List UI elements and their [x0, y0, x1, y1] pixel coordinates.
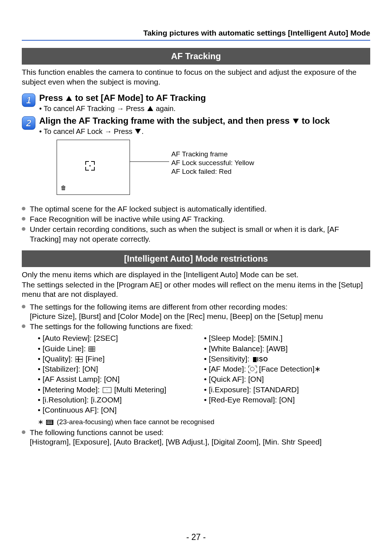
- step-2-badge: 2: [22, 116, 36, 130]
- fixed-settings-left: [Auto Review]: [2SEC] [Guide Line]: [Qua…: [38, 333, 204, 415]
- text: (23-area-focusing) when face cannot be r…: [55, 418, 214, 426]
- setting-item: [Quick AF]: [ON]: [204, 374, 370, 384]
- text: The settings for the following functions…: [30, 322, 193, 331]
- text: To cancel AF Tracking → Press: [44, 105, 146, 112]
- text: The settings for the following items are…: [30, 303, 287, 311]
- list-item: The optimal scene for the AF locked subj…: [22, 204, 370, 214]
- up-arrow-icon: [147, 106, 153, 111]
- text: [Picture Size], [Burst] and [Color Mode]…: [30, 312, 323, 320]
- text: [Quality]:: [42, 355, 75, 363]
- setting-item: [AF Assist Lamp]: [ON]: [38, 374, 204, 384]
- down-arrow-icon: [135, 129, 141, 134]
- area-focusing-icon: [46, 420, 53, 425]
- setting-item: [Quality]: [Fine]: [38, 354, 204, 364]
- page-number: - 27 -: [0, 532, 392, 542]
- text: To cancel AF Lock → Press: [44, 127, 134, 135]
- section-title-restrictions: [Intelligent Auto] Mode restrictions: [22, 250, 370, 267]
- step-2: 2 Align the AF Tracking frame with the s…: [22, 115, 370, 201]
- svg-text:2: 2: [26, 118, 32, 128]
- trash-icon: 🗑: [61, 184, 66, 192]
- text: AF Tracking frame: [171, 150, 254, 159]
- setting-item: [Red-Eye Removal]: [ON]: [204, 395, 370, 405]
- step-1-title: Press to set [AF Mode] to AF Tracking: [39, 93, 370, 103]
- metering-icon: [103, 387, 111, 393]
- setting-item: [i.Exposure]: [STANDARD]: [204, 385, 370, 394]
- text: The settings selected in the [Program AE…: [22, 280, 370, 299]
- list-item: The following functions cannot be used: …: [22, 428, 370, 447]
- list-item: Face Recognition will be inactive while …: [22, 214, 370, 224]
- text: to set [AF Mode] to AF Tracking: [73, 93, 206, 103]
- setting-item: [Guide Line]:: [38, 344, 204, 353]
- step-2-title: Align the AF Tracking frame with the sub…: [39, 115, 370, 126]
- quality-icon: [75, 356, 83, 362]
- text: [Histogram], [Exposure], [Auto Bracket],…: [30, 438, 322, 446]
- restrictions-bullets: The settings for the following items are…: [22, 302, 370, 332]
- list-item: The settings for the following items are…: [22, 302, 370, 321]
- text: Press: [39, 93, 65, 103]
- down-arrow-icon: [293, 119, 299, 124]
- manual-page: Taking pictures with automatic settings …: [0, 0, 392, 557]
- text: .: [142, 127, 144, 135]
- af-tracking-notes: The optimal scene for the AF locked subj…: [22, 204, 370, 244]
- diagram-labels: AF Tracking frame AF Lock successful: Ye…: [171, 150, 254, 176]
- header-rule: [22, 40, 370, 41]
- text: [Multi Metering]: [112, 385, 166, 394]
- text: again.: [154, 105, 176, 112]
- text: [AF Mode]:: [209, 365, 248, 373]
- footnote-marker: ∗: [314, 365, 321, 373]
- setting-item: [Auto Review]: [2SEC]: [38, 333, 204, 343]
- footnote-marker: ∗: [38, 418, 44, 426]
- footnote: ∗ (23-area-focusing) when face cannot be…: [38, 418, 370, 426]
- text: [Face Detection]: [257, 365, 315, 373]
- setting-item: [Metering Mode]: [Multi Metering]: [38, 385, 204, 394]
- setting-item: [Stabilizer]: [ON]: [38, 364, 204, 374]
- af-tracking-frame-icon: [85, 161, 95, 171]
- list-item: The settings for the following functions…: [22, 322, 370, 331]
- restrictions-bullets-2: The following functions cannot be used: …: [22, 428, 370, 447]
- text: The following functions cannot be used:: [30, 428, 164, 437]
- text: [Fine]: [83, 355, 105, 363]
- section-title-af-tracking: AF Tracking: [22, 48, 370, 65]
- af-tracking-intro: This function enables the camera to cont…: [22, 67, 370, 87]
- text: [Guide Line]:: [42, 344, 88, 353]
- step-1-badge: 1: [22, 93, 36, 107]
- text: AF Lock failed: Red: [171, 167, 254, 176]
- setting-item: [AF Mode]: [Face Detection]∗: [204, 364, 370, 374]
- text: [Metering Mode]:: [42, 385, 102, 394]
- camera-screen-box: 🗑: [57, 140, 130, 195]
- leader-line: [130, 161, 169, 162]
- svg-text:1: 1: [26, 95, 31, 106]
- guideline-grid-icon: [89, 347, 95, 352]
- step-2-sub: To cancel AF Lock → Press .: [39, 127, 370, 136]
- setting-item: [Sleep Mode]: [5MIN.]: [204, 333, 370, 343]
- setting-item: [Sensitivity]: ISO: [204, 354, 370, 364]
- list-item: Under certain recording conditions, such…: [22, 225, 370, 244]
- text: Align the AF Tracking frame with the sub…: [39, 116, 292, 126]
- text: [Sensitivity]:: [209, 355, 252, 363]
- text: Only the menu items which are displayed …: [22, 270, 370, 279]
- page-header: Taking pictures with automatic settings …: [22, 28, 370, 38]
- iso-icon: ISO: [253, 356, 268, 363]
- step-1: 1 Press to set [AF Mode] to AF Tracking …: [22, 93, 370, 113]
- setting-item: [i.Resolution]: [i.ZOOM]: [38, 395, 204, 405]
- fixed-settings-columns: [Auto Review]: [2SEC] [Guide Line]: [Qua…: [38, 333, 370, 415]
- setting-item: [Continuous AF]: [ON]: [38, 405, 204, 415]
- af-tracking-diagram: 🗑 AF Tracking frame AF Lock successful: …: [57, 140, 370, 195]
- text: to lock: [299, 116, 330, 126]
- text: AF Lock successful: Yellow: [171, 159, 254, 167]
- face-detection-icon: [249, 366, 256, 372]
- fixed-settings-right: [Sleep Mode]: [5MIN.] [White Balance]: […: [204, 333, 370, 415]
- step-1-sub: To cancel AF Tracking → Press again.: [39, 104, 370, 113]
- setting-item: [White Balance]: [AWB]: [204, 344, 370, 353]
- up-arrow-icon: [66, 96, 72, 101]
